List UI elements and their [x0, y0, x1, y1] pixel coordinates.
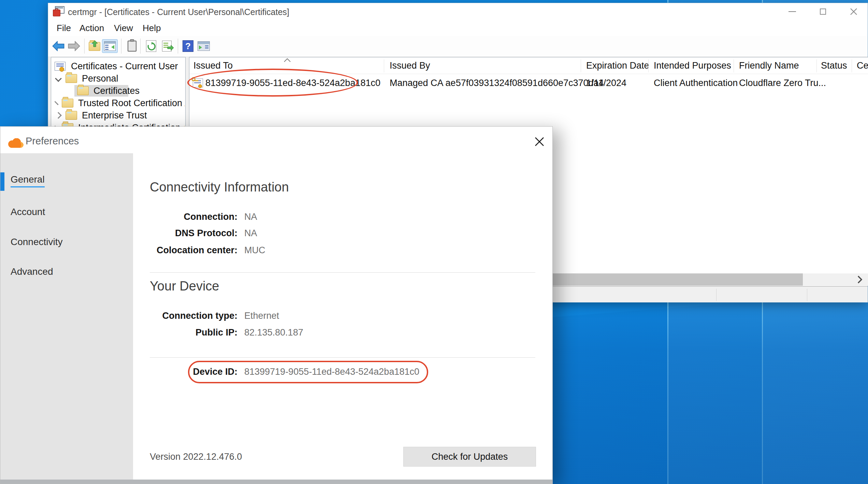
cloudflare-cloud-icon [8, 138, 24, 148]
column-header-issued-by[interactable]: Issued By [390, 59, 430, 72]
minimize-icon [789, 11, 796, 12]
field-value-dns-protocol: NA [244, 228, 257, 239]
help-icon[interactable]: ? [181, 39, 195, 53]
cell-issued-by: Managed CA ae57f03931324f08591d660e7c370… [390, 78, 604, 88]
desktop: certmgr - [Certificates - Current User\P… [0, 0, 868, 484]
dialog-title: Preferences [26, 136, 79, 147]
field-value-connection: NA [244, 212, 257, 222]
toolbar: ? [48, 36, 868, 57]
chevron-right-icon[interactable] [54, 101, 58, 105]
sidebar-item-connectivity[interactable]: Connectivity [11, 234, 63, 250]
menu-file[interactable]: File [57, 23, 71, 33]
close-icon [534, 136, 545, 147]
maximize-button[interactable] [812, 5, 834, 18]
section-heading-your-device: Your Device [150, 279, 219, 294]
field-label-device-id: Device ID: [150, 367, 237, 377]
field-label-dns-protocol: DNS Protocol: [150, 228, 237, 239]
sidebar-item-account[interactable]: Account [11, 204, 45, 219]
menu-help[interactable]: Help [143, 23, 161, 33]
back-icon[interactable] [52, 39, 65, 53]
field-value-connection-type: Ethernet [244, 311, 279, 321]
divider [150, 272, 535, 273]
chevron-down-icon[interactable] [55, 75, 62, 82]
tree-item-trusted-root[interactable]: Trusted Root Certification Au [52, 97, 185, 109]
certmgr-toolbox-icon [53, 6, 64, 17]
settings-sidebar: General Account Connectivity Advanced [0, 153, 133, 480]
menu-action[interactable]: Action [79, 23, 104, 33]
field-label-connection: Connection: [150, 212, 237, 222]
up-one-level-icon[interactable] [88, 39, 101, 53]
preferences-dialog: Preferences General Account Connectivity… [0, 126, 553, 484]
certificate-with-key-icon [191, 77, 203, 87]
certificates-root-icon [55, 62, 66, 71]
sidebar-item-general[interactable]: General [11, 173, 45, 188]
field-label-colocation: Colocation center: [150, 245, 237, 256]
folder-icon [66, 74, 77, 83]
tree-item-certificates[interactable]: Certificates [52, 85, 185, 97]
minimize-button[interactable] [782, 5, 803, 18]
new-window-icon[interactable] [197, 39, 211, 53]
menu-bar: File Action View Help [48, 20, 868, 36]
field-label-connection-type: Connection type: [150, 311, 237, 321]
section-heading-connectivity: Connectivity Information [150, 180, 289, 195]
forward-icon[interactable] [67, 39, 81, 53]
cell-friendly-name: Cloudflare Zero Tru... [739, 78, 826, 88]
dialog-bottom-edge [0, 480, 552, 484]
export-list-icon[interactable] [160, 39, 174, 53]
show-console-tree-icon[interactable] [102, 39, 118, 53]
tree-item-certificates-current-user[interactable]: Certificates - Current User [52, 60, 185, 72]
column-header-issued-to[interactable]: Issued To [193, 59, 233, 72]
scroll-right-button[interactable] [852, 273, 868, 286]
close-icon [850, 8, 857, 15]
column-header-expiration-date[interactable]: Expiration Date [586, 59, 649, 72]
column-header-certificate[interactable]: Ce [857, 59, 868, 72]
copy-icon[interactable] [125, 39, 139, 53]
field-label-public-ip: Public IP: [150, 327, 237, 338]
cell-expiration-date: 1/11/2024 [586, 78, 626, 88]
tree-item-enterprise-trust[interactable]: Enterprise Trust [52, 109, 185, 122]
title-bar[interactable]: certmgr - [Certificates - Current User\P… [48, 3, 868, 20]
folder-icon [77, 86, 89, 95]
folder-icon [62, 99, 73, 108]
field-value-colocation: MUC [244, 245, 265, 256]
table-row[interactable]: 81399719-9055-11ed-8e43-524a2ba181c0 Man… [189, 76, 868, 90]
folder-icon [66, 111, 77, 120]
maximize-icon [820, 9, 826, 15]
close-button[interactable] [843, 5, 864, 18]
sidebar-item-advanced[interactable]: Advanced [11, 264, 53, 279]
field-value-public-ip: 82.135.80.187 [244, 327, 303, 338]
chevron-right-icon[interactable] [55, 112, 62, 119]
window-title: certmgr - [Certificates - Current User\P… [68, 7, 289, 17]
tree-item-personal[interactable]: Personal [52, 72, 185, 85]
column-header-status[interactable]: Status [821, 59, 847, 72]
menu-view[interactable]: View [114, 23, 133, 33]
check-for-updates-button[interactable]: Check for Updates [403, 447, 536, 467]
cell-issued-to: 81399719-9055-11ed-8e43-524a2ba181c0 [205, 78, 380, 88]
version-label: Version 2022.12.476.0 [150, 452, 242, 462]
chevron-right-icon [857, 275, 862, 284]
column-header-intended-purposes[interactable]: Intended Purposes [654, 59, 731, 72]
field-value-device-id: 81399719-9055-11ed-8e43-524a2ba181c0 [244, 367, 419, 377]
refresh-icon[interactable] [144, 39, 158, 53]
column-header-friendly-name[interactable]: Friendly Name [739, 59, 799, 72]
selected-accent-bar [0, 172, 4, 191]
divider [150, 357, 535, 358]
dialog-close-button[interactable] [530, 132, 549, 151]
cell-intended-purposes: Client Authentication [654, 78, 738, 88]
sort-ascending-icon [284, 58, 291, 62]
